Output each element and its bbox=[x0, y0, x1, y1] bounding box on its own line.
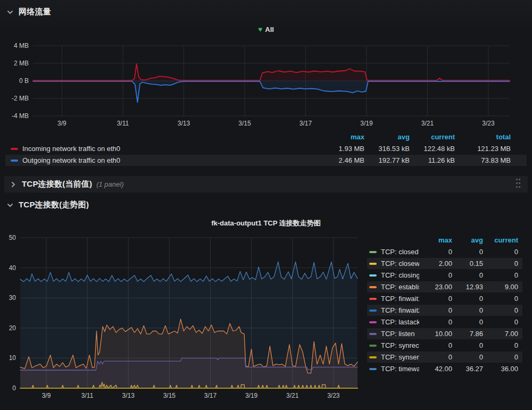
legend-stat-value: 122.48 kB bbox=[410, 145, 455, 153]
legend-row[interactable]: TCP: timewait42.0036.2736.00 bbox=[367, 363, 522, 374]
y-tick-label: 10 bbox=[9, 354, 16, 362]
legend-stat-value: 42.00 bbox=[419, 365, 452, 373]
heart-icon: ♥ bbox=[258, 25, 262, 34]
legend-series-label[interactable]: TCP: lastack bbox=[369, 318, 419, 326]
legend-series-name: TCP: finwait2 bbox=[381, 306, 419, 314]
legend-column-header[interactable]: max bbox=[317, 133, 364, 141]
legend-row[interactable]: TCP: lastack000 bbox=[367, 316, 522, 328]
legend-color-swatch-icon[interactable] bbox=[369, 263, 377, 265]
legend-color-swatch-icon[interactable] bbox=[11, 160, 18, 162]
panel-count-label: (1 panel) bbox=[96, 180, 123, 188]
x-tick-label: 3/19 bbox=[245, 392, 258, 399]
row-header-tcp-current[interactable]: TCP连接数(当前值) (1 panel) bbox=[4, 176, 528, 193]
legend-row[interactable]: TCP: finwait1000 bbox=[367, 293, 522, 304]
legend-row[interactable]: TCP: synsent000 bbox=[367, 352, 522, 363]
legend-series-label[interactable]: TCP: closewait bbox=[369, 260, 419, 267]
legend-stat-value: 0 bbox=[483, 341, 518, 349]
legend-row[interactable]: TCP: closed000 bbox=[367, 246, 522, 257]
legend-stat-value: 121.23 MB bbox=[455, 145, 511, 153]
row-header-network[interactable]: 网络流量 bbox=[6, 7, 51, 17]
legend-stat-value: 0 bbox=[452, 271, 483, 279]
legend-stat-value: 73.83 MB bbox=[455, 156, 511, 164]
legend-column-header[interactable]: max bbox=[419, 236, 452, 244]
legend-color-swatch-icon[interactable] bbox=[11, 148, 18, 150]
legend-series-name: TCP: finwait1 bbox=[381, 295, 419, 303]
panel2-title[interactable]: fk-data-output1 TCP 连接数走势图 bbox=[5, 219, 527, 228]
legend-stat-value: 0 bbox=[483, 295, 518, 303]
legend-color-swatch-icon[interactable] bbox=[369, 274, 377, 277]
legend-stat-value: 0 bbox=[452, 318, 483, 326]
legend-stat-value: 1.93 MB bbox=[317, 145, 364, 153]
legend-series-name: Incoming network traffic on eth0 bbox=[22, 145, 120, 153]
legend-column-header[interactable]: current bbox=[483, 236, 518, 244]
row-header-tcp-trend[interactable]: TCP连接数(走势图) bbox=[6, 200, 89, 210]
legend-series-label[interactable]: TCP: closing bbox=[369, 271, 419, 279]
x-tick-label: 3/15 bbox=[238, 120, 251, 127]
legend-stat-value: 7.00 bbox=[483, 330, 518, 338]
legend-series-name: TCP: established bbox=[381, 283, 419, 291]
legend-color-swatch-icon[interactable] bbox=[369, 251, 377, 253]
network-traffic-chart[interactable]: 4 MB2 MB0 B-2 MB-4 MB3/93/113/133/153/17… bbox=[5, 37, 527, 130]
legend-row[interactable]: TCP: closing000 bbox=[367, 270, 522, 281]
y-tick-label: 30 bbox=[9, 294, 16, 302]
legend-row[interactable]: TCP: synrecv000 bbox=[367, 340, 522, 351]
series-fill bbox=[33, 81, 510, 103]
legend-series-name: TCP: timewait bbox=[381, 365, 419, 373]
tcp-trend-legend: maxavgcurrentTCP: closed000TCP: closewai… bbox=[367, 235, 522, 375]
legend-series-label[interactable]: TCP: timewait bbox=[369, 365, 419, 373]
y-tick-label: 0 bbox=[12, 384, 16, 392]
legend-stat-value: 36.00 bbox=[483, 365, 518, 373]
legend-stat-value: 0 bbox=[419, 318, 452, 326]
legend-row[interactable]: Incoming network traffic on eth01.93 MB3… bbox=[5, 143, 527, 154]
legend-row[interactable]: TCP: listen10.007.867.00 bbox=[367, 328, 522, 339]
x-tick-label: 3/23 bbox=[327, 392, 340, 399]
legend-color-swatch-icon[interactable] bbox=[369, 298, 377, 300]
legend-color-swatch-icon[interactable] bbox=[369, 356, 377, 358]
legend-row[interactable]: TCP: established23.0012.939.00 bbox=[367, 281, 522, 292]
legend-stat-value: 0 bbox=[419, 353, 452, 361]
x-tick-label: 3/9 bbox=[57, 120, 66, 127]
legend-series-name: TCP: closewait bbox=[381, 260, 419, 267]
legend-stat-value: 0 bbox=[419, 341, 452, 349]
legend-column-header[interactable]: avg bbox=[452, 236, 483, 244]
y-tick-label: 50 bbox=[9, 234, 16, 241]
legend-series-name: TCP: lastack bbox=[381, 318, 419, 326]
legend-header-row: maxavgcurrent bbox=[367, 235, 522, 246]
legend-series-label[interactable]: TCP: established bbox=[369, 283, 419, 291]
legend-color-swatch-icon[interactable] bbox=[369, 368, 377, 370]
x-tick-label: 3/13 bbox=[122, 392, 135, 399]
legend-row[interactable]: TCP: finwait2000 bbox=[367, 305, 522, 316]
x-tick-label: 3/21 bbox=[421, 120, 434, 127]
legend-series-label[interactable]: Outgoing network traffic on eth0 bbox=[11, 156, 317, 164]
y-tick-label: 20 bbox=[9, 324, 16, 332]
legend-stat-value: 0.15 bbox=[452, 260, 483, 267]
legend-row[interactable]: TCP: closewait2.000.150 bbox=[367, 258, 522, 269]
legend-column-header[interactable]: current bbox=[410, 133, 455, 141]
panel1-title[interactable]: ♥All bbox=[5, 25, 527, 34]
drag-handle-icon[interactable] bbox=[516, 179, 521, 190]
legend-series-label[interactable]: TCP: listen bbox=[369, 330, 419, 338]
legend-series-label[interactable]: TCP: finwait2 bbox=[369, 306, 419, 314]
legend-column-header[interactable]: total bbox=[455, 133, 511, 141]
legend-series-name: TCP: synrecv bbox=[381, 341, 419, 349]
legend-column-header[interactable]: avg bbox=[364, 133, 410, 141]
legend-stat-value: 0 bbox=[483, 260, 518, 267]
legend-stat-value: 0 bbox=[452, 341, 483, 349]
legend-series-label[interactable]: TCP: synsent bbox=[369, 353, 419, 361]
legend-stat-value: 2.00 bbox=[419, 260, 452, 267]
legend-series-label[interactable]: TCP: finwait1 bbox=[369, 295, 419, 303]
legend-series-label[interactable]: TCP: synrecv bbox=[369, 341, 419, 349]
x-tick-label: 3/15 bbox=[163, 392, 176, 399]
legend-color-swatch-icon[interactable] bbox=[369, 333, 377, 335]
chevron-down-icon bbox=[6, 202, 14, 209]
network-traffic-legend: maxavgcurrenttotalIncoming network traff… bbox=[5, 131, 527, 166]
legend-stat-value: 10.00 bbox=[419, 330, 452, 338]
legend-series-label[interactable]: TCP: closed bbox=[369, 248, 419, 256]
legend-color-swatch-icon[interactable] bbox=[369, 309, 377, 312]
legend-color-swatch-icon[interactable] bbox=[369, 286, 377, 288]
legend-color-swatch-icon[interactable] bbox=[369, 345, 377, 347]
tcp-trend-chart[interactable]: 010203040503/93/113/133/153/173/193/213/… bbox=[5, 230, 367, 403]
legend-series-label[interactable]: Incoming network traffic on eth0 bbox=[11, 145, 317, 153]
legend-color-swatch-icon[interactable] bbox=[369, 321, 377, 323]
legend-row[interactable]: Outgoing network traffic on eth02.46 MB1… bbox=[5, 155, 527, 166]
